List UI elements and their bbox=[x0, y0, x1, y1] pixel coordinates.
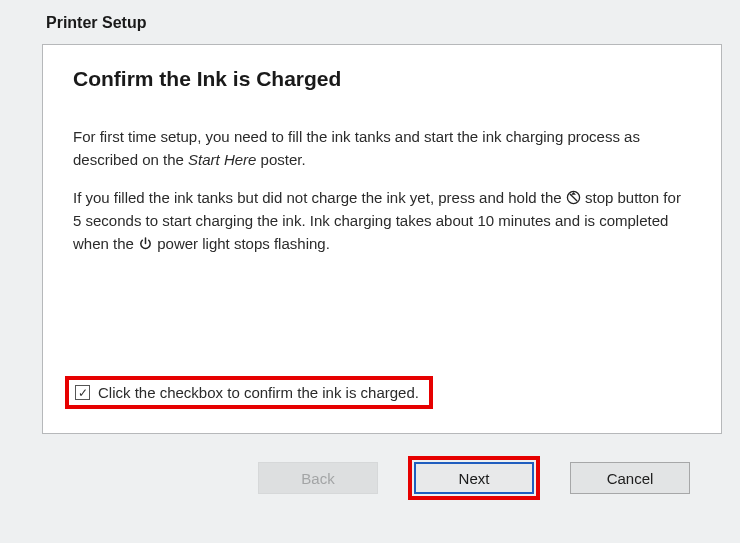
dialog-root: Printer Setup Confirm the Ink is Charged… bbox=[0, 0, 740, 520]
confirm-checkbox-row[interactable]: ✓ Click the checkbox to confirm the ink … bbox=[65, 376, 433, 409]
confirm-checkbox[interactable]: ✓ bbox=[75, 385, 90, 400]
stop-icon bbox=[566, 188, 581, 203]
power-icon bbox=[138, 234, 153, 249]
start-here-reference: Start Here bbox=[188, 151, 256, 168]
window-title: Printer Setup bbox=[46, 14, 718, 32]
text-fragment: If you filled the ink tanks but did not … bbox=[73, 189, 566, 206]
confirm-checkbox-label: Click the checkbox to confirm the ink is… bbox=[98, 384, 419, 401]
instruction-text: For first time setup, you need to fill t… bbox=[73, 125, 687, 255]
button-bar: Back Next Cancel bbox=[30, 456, 690, 500]
content-panel: Confirm the Ink is Charged For first tim… bbox=[42, 44, 722, 434]
page-heading: Confirm the Ink is Charged bbox=[73, 67, 687, 91]
text-fragment: For first time setup, you need to fill t… bbox=[73, 128, 640, 168]
cancel-button[interactable]: Cancel bbox=[570, 462, 690, 494]
next-button-highlight: Next bbox=[408, 456, 540, 500]
back-button: Back bbox=[258, 462, 378, 494]
next-button[interactable]: Next bbox=[414, 462, 534, 494]
instruction-paragraph-2: If you filled the ink tanks but did not … bbox=[73, 186, 687, 256]
text-fragment: poster. bbox=[256, 151, 305, 168]
instruction-paragraph-1: For first time setup, you need to fill t… bbox=[73, 125, 687, 172]
text-fragment: power light stops flashing. bbox=[153, 235, 330, 252]
